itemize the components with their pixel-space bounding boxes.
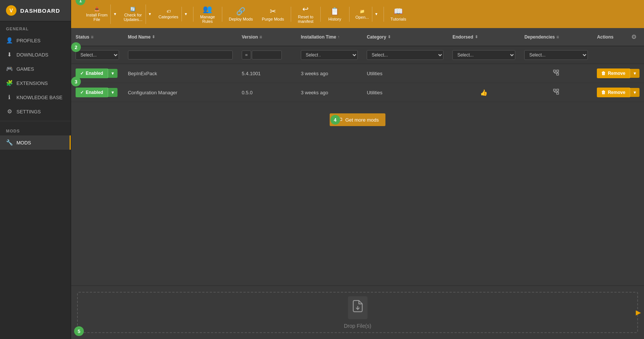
check-for-updates-arrow[interactable]: ▼ bbox=[146, 4, 154, 24]
row2-endorsed-cell: 👍 bbox=[448, 83, 520, 102]
sidebar-item-games[interactable]: 🎮 GAMES bbox=[0, 62, 71, 76]
sidebar-section-mods: MODS bbox=[0, 123, 71, 135]
sidebar-item-downloads[interactable]: ⬇ DOWNLOADS bbox=[0, 48, 71, 62]
installation-time-sort-icon[interactable]: ↑ bbox=[338, 35, 339, 39]
row2-mod-name-cell: Configuration Manager bbox=[123, 83, 237, 102]
install-icon: 📥 bbox=[94, 7, 100, 12]
row2-category-cell: Utilities bbox=[362, 83, 448, 102]
dependencies-filter-icon[interactable]: ≡ bbox=[556, 34, 559, 40]
sidebar-item-profiles[interactable]: 👤 PROFILES bbox=[0, 33, 71, 48]
status-filter-select[interactable]: Select... bbox=[76, 50, 119, 60]
filter-installation-time-cell: Select . bbox=[296, 46, 362, 64]
dependencies-filter-select[interactable]: Select... bbox=[524, 50, 588, 60]
main-content: 1 📥 Install From File ▼ 🔄 Check for Upda… bbox=[71, 0, 644, 339]
installation-time-filter-select[interactable]: Select . bbox=[301, 50, 358, 60]
category-sort-icon[interactable]: ⇕ bbox=[388, 35, 391, 39]
games-icon: 🎮 bbox=[6, 65, 13, 72]
sidebar-item-label: DOWNLOADS bbox=[16, 52, 48, 58]
badge-3: 3 bbox=[71, 77, 81, 86]
category-filter-select[interactable]: Select... bbox=[367, 50, 443, 60]
table-row: ✓ Enabled ▼ Configuration Manager 0.5.0 bbox=[71, 83, 644, 102]
manage-rules-btn[interactable]: 👥 ManageRules bbox=[196, 2, 219, 26]
content-area: 2 3 Status ≡ Mod Name bbox=[71, 28, 644, 339]
sidebar-item-knowledge-base[interactable]: ℹ KNOWLEDGE BASE bbox=[0, 90, 71, 104]
mods-table-container[interactable]: 2 3 Status ≡ Mod Name bbox=[71, 28, 644, 285]
version-filter-icon[interactable]: ≡ bbox=[259, 34, 262, 40]
endorsed-sort-icon[interactable]: ⇕ bbox=[475, 35, 478, 39]
drop-zone-container: 5 ▶ Drop File(s) bbox=[71, 285, 644, 339]
check-updates-icon: 🔄 bbox=[130, 7, 135, 12]
categories-arrow[interactable]: ▼ bbox=[181, 7, 190, 21]
reset-to-manifest-btn[interactable]: ↩ Reset tomanifest bbox=[294, 2, 317, 26]
sidebar-item-mods[interactable]: 🔧 MODS bbox=[0, 135, 71, 150]
checkmark-icon: ✓ bbox=[80, 90, 84, 95]
deploy-mods-btn[interactable]: 🔗 Deploy Mods bbox=[225, 4, 257, 24]
sidebar-item-extensions[interactable]: 🧩 EXTENSIONS bbox=[0, 76, 71, 90]
check-for-updates-main[interactable]: 🔄 Check for Updates... bbox=[120, 4, 145, 24]
badge-4: 4 bbox=[330, 115, 340, 125]
get-more-mods-cell: 4 🏷 Get more mods bbox=[71, 102, 644, 138]
sidebar: V DASHBOARD GENERAL 👤 PROFILES ⬇ DOWNLOA… bbox=[0, 0, 71, 339]
knowledge-base-icon: ℹ bbox=[6, 94, 13, 101]
row2-remove-arrow-btn[interactable]: ▼ bbox=[630, 88, 640, 97]
toolbar-sep-4 bbox=[320, 7, 321, 22]
table-settings-icon[interactable]: ⚙ bbox=[628, 32, 640, 42]
sidebar-item-settings[interactable]: ⚙ SETTINGS bbox=[0, 104, 71, 119]
svg-rect-1 bbox=[557, 70, 559, 72]
status-filter-icon[interactable]: ≡ bbox=[91, 34, 94, 40]
check-for-updates-btn[interactable]: 🔄 Check for Updates... ▼ bbox=[120, 4, 154, 24]
row1-remove-main-btn[interactable]: 🗑 Remove bbox=[597, 68, 630, 78]
install-from-file-btn[interactable]: 📥 Install From File ▼ bbox=[83, 4, 119, 24]
table-row: ✓ Enabled ▼ BepInExPack 5.4.1001 bbox=[71, 64, 644, 83]
row2-remove-main-btn[interactable]: 🗑 Remove bbox=[597, 88, 630, 97]
filter-dependencies-cell: Select... bbox=[520, 46, 592, 64]
profiles-icon: 👤 bbox=[6, 37, 13, 44]
row1-enabled-arrow-btn[interactable]: ▼ bbox=[108, 69, 117, 78]
svg-rect-7 bbox=[557, 89, 559, 91]
open-arrow[interactable]: ▼ bbox=[372, 7, 381, 22]
mod-name-filter-input[interactable] bbox=[128, 51, 233, 59]
tutorials-btn[interactable]: 📖 Tutorials bbox=[387, 4, 410, 24]
col-endorsed: Endorsed ⇕ bbox=[448, 28, 520, 46]
row1-dependency-icon-btn[interactable] bbox=[550, 68, 562, 79]
mod-name-sort-icon[interactable]: ⇕ bbox=[152, 35, 155, 39]
history-btn[interactable]: 📋 History bbox=[324, 4, 346, 24]
badge-2: 2 bbox=[71, 42, 81, 52]
open-btn[interactable]: 📁 Open... ▼ bbox=[352, 7, 381, 22]
version-filter-input[interactable] bbox=[252, 51, 282, 59]
sidebar-divider bbox=[0, 121, 71, 121]
filter-category-cell: Select... bbox=[362, 46, 448, 64]
categories-btn[interactable]: 🏷 Categories ▼ bbox=[155, 7, 190, 21]
sidebar-item-label: KNOWLEDGE BASE bbox=[16, 95, 62, 100]
sidebar-logo: V bbox=[6, 5, 16, 16]
install-from-file-main[interactable]: 📥 Install From File bbox=[83, 4, 110, 24]
row2-dependencies-cell bbox=[520, 83, 592, 102]
sidebar-item-label: MODS bbox=[16, 140, 31, 146]
version-eq-btn[interactable]: = bbox=[242, 51, 251, 59]
row2-enabled-main-btn[interactable]: ✓ Enabled bbox=[76, 88, 108, 97]
row2-enabled-arrow-btn[interactable]: ▼ bbox=[108, 88, 117, 97]
install-from-file-arrow[interactable]: ▼ bbox=[110, 4, 119, 24]
endorsed-filter-select[interactable]: Select... bbox=[452, 50, 515, 60]
col-category: Category ⇕ bbox=[362, 28, 448, 46]
sidebar-item-label: EXTENSIONS bbox=[16, 80, 48, 86]
categories-main[interactable]: 🏷 Categories bbox=[155, 7, 181, 21]
filter-actions-cell bbox=[592, 46, 644, 64]
sidebar-item-label: SETTINGS bbox=[16, 109, 41, 114]
row1-enabled-btn: ✓ Enabled ▼ bbox=[76, 68, 119, 78]
row2-thumbsup-icon-btn[interactable]: 👍 bbox=[477, 88, 491, 98]
tutorials-icon: 📖 bbox=[394, 7, 403, 16]
row1-enabled-main-btn[interactable]: ✓ Enabled bbox=[76, 68, 108, 78]
drop-zone[interactable]: Drop File(s) bbox=[77, 292, 638, 333]
filter-version-cell: = bbox=[237, 46, 296, 64]
sidebar-title: DASHBOARD bbox=[20, 7, 60, 14]
row1-remove-arrow-btn[interactable]: ▼ bbox=[630, 69, 640, 78]
mods-icon: 🔧 bbox=[6, 139, 13, 146]
extensions-icon: 🧩 bbox=[6, 80, 13, 86]
row2-dependency-icon-btn[interactable] bbox=[550, 87, 562, 98]
filter-endorsed-cell: Select... bbox=[448, 46, 520, 64]
purge-mods-btn[interactable]: ✂ Purge Mods bbox=[258, 4, 288, 24]
expand-icon: ▶ bbox=[633, 305, 644, 320]
open-main[interactable]: 📁 Open... bbox=[352, 7, 372, 22]
row1-dependencies-cell bbox=[520, 64, 592, 83]
